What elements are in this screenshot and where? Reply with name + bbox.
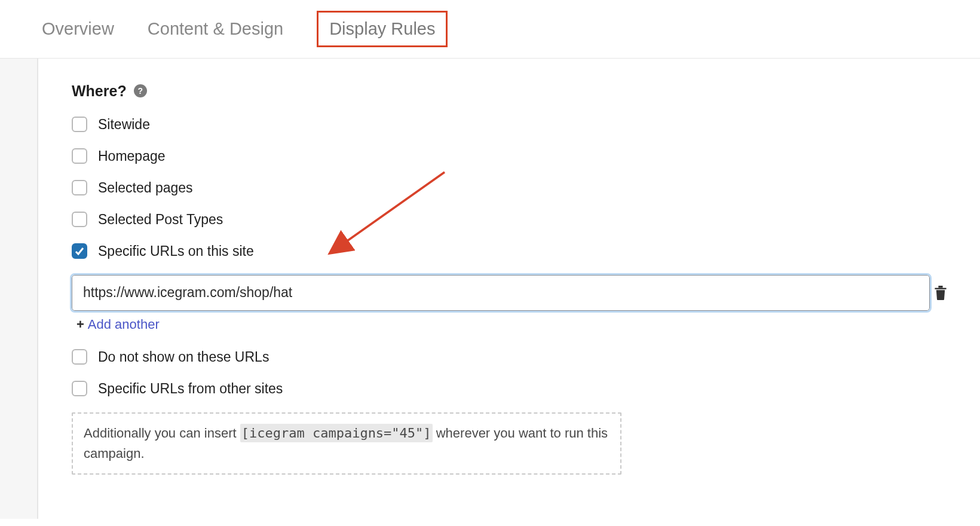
option-specific-other-row: Specific URLs from other sites	[72, 381, 947, 397]
checkbox-specific-urls[interactable]	[72, 243, 87, 259]
option-selected-pages-row: Selected pages	[72, 180, 947, 196]
url-row	[72, 275, 947, 311]
label-homepage: Homepage	[98, 148, 166, 164]
option-sitewide-row: Sitewide	[72, 117, 947, 133]
checkbox-do-not-show[interactable]	[72, 349, 87, 365]
left-gutter	[0, 59, 38, 519]
main-panel: Where? ? Sitewide Homepage Selected page…	[38, 59, 980, 519]
shortcode-code: [icegram campaigns="45"]	[240, 424, 433, 442]
label-selected-post-types: Selected Post Types	[98, 212, 223, 228]
checkbox-homepage[interactable]	[72, 148, 87, 164]
checkbox-sitewide[interactable]	[72, 117, 87, 132]
add-another-label: Add another	[88, 317, 160, 332]
tabs-row: Overview Content & Design Display Rules	[0, 0, 980, 59]
label-specific-other: Specific URLs from other sites	[98, 381, 283, 397]
checkbox-selected-pages[interactable]	[72, 180, 87, 195]
plus-icon: +	[76, 317, 84, 332]
label-selected-pages: Selected pages	[98, 180, 193, 196]
shortcode-hint: Additionally you can insert [icegram cam…	[72, 412, 621, 475]
option-specific-urls-row: Specific URLs on this site	[72, 243, 947, 259]
section-title-row: Where? ?	[72, 82, 947, 100]
shortcode-text-before: Additionally you can insert	[84, 426, 240, 441]
url-input[interactable]	[72, 275, 930, 311]
checkbox-selected-post-types[interactable]	[72, 212, 87, 227]
trash-icon[interactable]	[935, 286, 947, 300]
label-sitewide: Sitewide	[98, 117, 150, 133]
tab-content-design[interactable]: Content & Design	[148, 19, 283, 39]
content-wrap: Where? ? Sitewide Homepage Selected page…	[0, 59, 980, 519]
label-specific-urls: Specific URLs on this site	[98, 243, 254, 259]
tab-display-rules[interactable]: Display Rules	[317, 11, 448, 47]
checkbox-specific-other[interactable]	[72, 381, 87, 396]
option-selected-post-types-row: Selected Post Types	[72, 212, 947, 228]
tab-overview[interactable]: Overview	[42, 19, 114, 39]
option-do-not-show-row: Do not show on these URLs	[72, 349, 947, 365]
help-icon[interactable]: ?	[134, 84, 147, 97]
label-do-not-show: Do not show on these URLs	[98, 349, 269, 365]
page-title: Where?	[72, 82, 127, 100]
option-homepage-row: Homepage	[72, 148, 947, 164]
add-another-button[interactable]: + Add another	[76, 317, 947, 332]
